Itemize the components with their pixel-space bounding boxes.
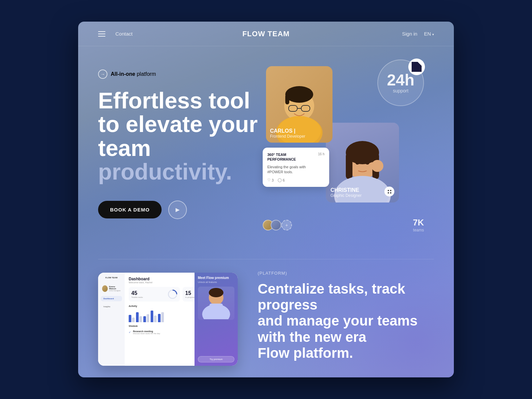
activity-title: Activity <box>129 305 137 307</box>
bottom-section: FLOW TEAM Emma Watson UX/UI Designer Das… <box>78 259 454 366</box>
svg-point-2 <box>285 86 313 103</box>
svg-point-16 <box>371 160 383 172</box>
platform-section: (PLATFORM) Centralize tasks, track progr… <box>258 273 434 352</box>
hero-title: Effortless tool to elevate your team pro… <box>98 89 266 184</box>
book-demo-button[interactable]: BOOK A DEMO <box>98 201 162 218</box>
bar-group-5 <box>158 312 164 322</box>
platform-title: Centralize tasks, track progressand mana… <box>258 281 434 361</box>
premium-card: Meet Flow premium Unlock all features Tr… <box>195 273 238 366</box>
svg-rect-3 <box>285 94 289 104</box>
bar-4a <box>151 311 153 322</box>
carlos-name: CARLOS | <box>270 128 305 134</box>
perf-title: 360° TEAMPERFORMANCE <box>267 152 296 162</box>
mockup-user-role: UX/UI Designer <box>109 290 121 292</box>
schedule-title: Shedule <box>129 325 138 327</box>
mockup-nav-insights[interactable]: Insights <box>101 304 122 309</box>
svg-point-20 <box>209 288 223 297</box>
meeting-desc: Discuss team tasks for the day <box>133 332 160 334</box>
contact-link[interactable]: Contact <box>115 31 133 37</box>
bar-group-1 <box>129 315 135 322</box>
premium-illustration <box>198 288 234 319</box>
stat-label-2: In progress <box>185 296 195 298</box>
perf-comments: ◯ 6 <box>278 178 285 182</box>
carlos-role: Frontend Developer <box>270 134 305 139</box>
arrow-circle-icon: → <box>98 69 107 79</box>
hero-right: 24h support <box>266 63 434 246</box>
support-label: support <box>393 88 409 93</box>
check-icon: ✓ <box>129 331 131 334</box>
svg-rect-12 <box>346 153 352 179</box>
mini-avatar-2 <box>271 220 281 230</box>
mockup-sidebar: FLOW TEAM Emma Watson UX/UI Designer Das… <box>98 273 125 366</box>
play-button[interactable]: ▶ <box>168 200 187 219</box>
header: Contact FLOW TEAM Sign in EN <box>78 22 454 46</box>
add-member-button[interactable]: + <box>281 220 292 230</box>
bar-1b <box>132 318 135 322</box>
cta-row: BOOK A DEMO ▶ <box>98 200 266 219</box>
mockup-logo: FLOW TEAM <box>101 277 122 279</box>
tag-text: All-in-one platform <box>111 71 156 77</box>
mockup-user: Emma Watson UX/UI Designer <box>101 284 122 293</box>
browser-window: Contact FLOW TEAM Sign in EN → All-in-on… <box>78 22 454 377</box>
perf-time: 16 h <box>318 152 325 156</box>
mockup-user-name: Emma Watson <box>109 286 121 290</box>
bar-group-4 <box>151 311 157 322</box>
try-premium-button[interactable]: Try premium <box>198 356 234 362</box>
tag-line: → All-in-one platform <box>98 69 266 79</box>
performance-card: 360° TEAMPERFORMANCE 16 h Elevating the … <box>263 148 329 187</box>
bar-group-3 <box>143 314 149 322</box>
perf-description: Elevating the goals with#POWER tools. <box>267 165 325 175</box>
stat-total-tasks: 45 Totalite tasks <box>129 287 180 302</box>
bar-3a <box>143 316 146 322</box>
bar-1a <box>129 315 131 322</box>
svg-point-15 <box>365 159 370 165</box>
dashboard-mockup: FLOW TEAM Emma Watson UX/UI Designer Das… <box>98 273 238 366</box>
language-selector[interactable]: EN <box>424 31 434 37</box>
platform-tag: (PLATFORM) <box>258 271 434 276</box>
support-number: 24h <box>387 72 415 88</box>
christine-card: CHRISTINE Graphic Designer <box>326 123 399 202</box>
header-right: Sign in EN <box>402 31 434 37</box>
christine-name: CHRISTINE <box>331 187 386 193</box>
dots-icon <box>388 190 391 194</box>
hero-left: → All-in-one platform Effortless tool to… <box>98 63 266 246</box>
premium-subtitle: Unlock all features <box>198 281 234 283</box>
hero-bottom-row: + 7K teams <box>263 217 424 232</box>
perf-likes: ♡ 3 <box>267 178 274 182</box>
header-left: Contact <box>98 31 133 37</box>
premium-title: Meet Flow premium <box>198 276 234 280</box>
meeting-title: Research meeting <box>133 330 160 332</box>
svg-point-14 <box>355 159 360 165</box>
stat-label-1: Totalite tasks <box>131 296 143 298</box>
hero-section: → All-in-one platform Effortless tool to… <box>78 46 454 259</box>
chevron-down-icon <box>432 31 434 37</box>
progress-circle-1 <box>166 288 179 301</box>
teams-count: 7K teams <box>413 217 424 232</box>
mockup-title: Dashboard <box>129 277 152 281</box>
bar-group-2 <box>136 312 142 322</box>
bar-5b <box>161 312 164 322</box>
carlos-info: CARLOS | Frontend Developer <box>270 128 305 139</box>
carlos-card: CARLOS | Frontend Developer <box>266 66 332 143</box>
christine-role: Graphic Designer <box>331 193 386 198</box>
site-logo: FLOW TEAM <box>242 30 290 38</box>
comment-icon: ◯ <box>278 178 282 182</box>
card-options-button[interactable] <box>384 187 394 197</box>
bar-5a <box>158 314 161 322</box>
bar-4b <box>154 316 157 322</box>
mockup-nav-dashboard[interactable]: Dashboard <box>101 296 122 301</box>
bar-2a <box>136 312 139 322</box>
mockup-user-avatar <box>102 285 108 292</box>
mockup-subtitle: Welcome back, Rachel <box>129 281 152 284</box>
bar-3b <box>147 314 149 322</box>
heart-icon: ♡ <box>267 178 271 182</box>
premium-person-image <box>198 287 234 320</box>
stat-num-2: 15 <box>185 290 195 296</box>
perf-header: 360° TEAMPERFORMANCE 16 h <box>267 152 325 162</box>
team-avatars: + <box>263 220 292 230</box>
christine-info: CHRISTINE Graphic Designer <box>331 187 386 198</box>
stat-num-1: 45 <box>131 290 143 296</box>
hamburger-menu[interactable] <box>98 31 105 37</box>
sign-in-link[interactable]: Sign in <box>402 31 417 37</box>
bar-2b <box>139 316 142 322</box>
